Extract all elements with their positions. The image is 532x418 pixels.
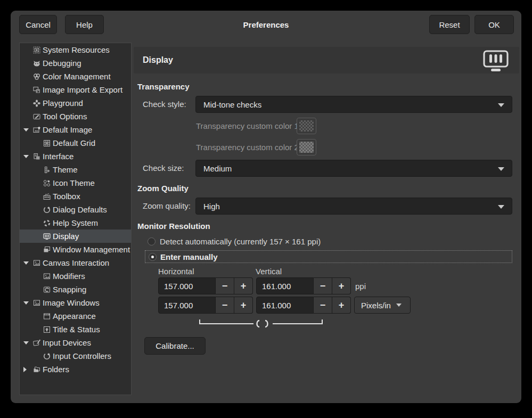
sidebar-item-playground[interactable]: Playground [20,96,131,110]
check-style-value: Mid-tone checks [203,100,261,109]
expander-down-icon[interactable] [23,341,32,345]
sidebar-item-default-image[interactable]: Default Image [20,123,131,136]
enter-manually-radio[interactable] [149,253,157,261]
sidebar-item-snapping[interactable]: Snapping [20,283,131,296]
sidebar-item-image-import-export[interactable]: Image Import & Export [20,83,131,96]
sidebar-item-window-management[interactable]: Window Management [20,243,131,256]
horizontal-ppi-spinner: 157.000 − + [158,277,253,294]
sidebar-item-theme[interactable]: Theme [20,163,131,176]
increment-button[interactable]: + [332,277,351,294]
sidebar-item-system-resources[interactable]: System Resources [20,43,131,56]
decrement-button[interactable]: − [216,277,234,294]
vertical-unit-spinner: 161.000 − + [256,297,351,314]
toolbox-icon [43,192,51,201]
zoom-quality-label: Zoom quality: [143,201,191,210]
canvas-icon [43,272,51,281]
vertical-ppi-input[interactable]: 161.000 [256,277,314,294]
page-title: Display [143,47,173,73]
decrement-button[interactable]: − [216,297,234,314]
sidebar-item-label: Display [53,232,79,241]
help-button[interactable]: Help [65,15,104,34]
gauge-icon [43,352,51,360]
horizontal-ppi-input[interactable]: 157.000 [158,277,216,294]
sidebar-item-toolbox[interactable]: Toolbox [20,190,131,203]
color-circles-icon [32,72,41,81]
check-size-dropdown[interactable]: Medium [195,160,512,177]
checkerboard-pattern [299,142,314,153]
windows-icon [43,245,51,254]
cancel-button[interactable]: Cancel [19,15,57,34]
sidebar-item-label: Window Management [53,245,130,254]
sidebar-item-label: Help System [53,218,98,227]
sidebar-item-label: Input Devices [43,338,91,347]
icon-theme-icon [43,179,51,187]
sidebar-item-input-devices[interactable]: Input Devices [20,336,131,349]
sidebar-item-color-management[interactable]: Color Management [20,70,131,83]
unit-value: Pixels/in [361,301,391,310]
ppi-unit-label: ppi [355,282,366,291]
sidebar-item-label: Tool Options [43,112,87,121]
expander-down-icon[interactable] [23,128,32,132]
unit-dropdown[interactable]: Pixels/in [354,297,411,314]
sidebar-item-label: System Resources [43,45,110,54]
sidebar-item-folders[interactable]: Folders [20,363,131,376]
theme-icon [43,166,51,174]
custom-color-2-swatch[interactable] [297,139,316,155]
sidebar-item-icon-theme[interactable]: Icon Theme [20,176,131,190]
sidebar-item-debugging[interactable]: Debugging [20,56,131,70]
enter-manually-option[interactable]: Enter manually [145,250,512,263]
sidebar-item-display[interactable]: Display [20,230,131,243]
sidebar-item-tool-options[interactable]: Tool Options [20,110,131,123]
expander-down-icon[interactable] [23,261,32,265]
custom-color-2-label: Transparency custom color 2 [196,143,299,152]
lifebuoy-icon [43,219,51,227]
decrement-button[interactable]: − [314,297,332,314]
sidebar-item-label: Dialog Defaults [53,205,107,214]
expander-down-icon[interactable] [23,301,32,305]
sidebar-item-label: Default Grid [53,138,95,147]
sidebar-item-modifiers[interactable]: Modifiers [20,269,131,283]
sidebar-item-canvas-interaction[interactable]: Canvas Interaction [20,256,131,269]
increment-button[interactable]: + [234,277,253,294]
sidebar-item-help-system[interactable]: Help System [20,216,131,230]
expander-right-icon[interactable] [23,367,32,372]
custom-color-1-swatch[interactable] [297,118,316,134]
monitor-resolution-heading: Monitor Resolution [137,222,210,231]
preferences-sidebar: System Resources Debugging Color Managem… [19,43,132,395]
sidebar-item-label: Icon Theme [53,178,95,187]
zoom-quality-value: High [203,202,220,211]
sidebar-item-title-status[interactable]: Title & Status [20,323,131,336]
check-style-dropdown[interactable]: Mid-tone checks [195,96,512,113]
appearance-icon [43,312,51,321]
detect-automatically-radio[interactable] [148,237,155,245]
sidebar-item-dialog-defaults[interactable]: Dialog Defaults [20,203,131,216]
gauge-icon [43,206,51,214]
sidebar-item-label: Appearance [53,312,96,321]
interface-icon [32,152,41,161]
sidebar-item-label: Theme [53,165,78,174]
decrement-button[interactable]: − [314,277,332,294]
fan-icon [32,99,41,108]
sidebar-item-input-controllers[interactable]: Input Controllers [20,349,131,363]
custom-color-1-label: Transparency custom color 1 [196,121,299,130]
sidebar-item-default-grid[interactable]: Default Grid [20,136,131,150]
check-size-label: Check size: [143,163,184,173]
transparency-heading: Transparency [137,82,190,91]
chain-broken-icon[interactable] [198,318,324,331]
ok-button[interactable]: OK [474,15,514,34]
folders-icon [32,365,41,374]
zoom-quality-heading: Zoom Quality [137,184,189,193]
import-export-icon [32,86,41,94]
increment-button[interactable]: + [234,297,253,314]
sidebar-item-interface[interactable]: Interface [20,150,131,163]
vertical-unit-input[interactable]: 161.000 [256,297,314,314]
horizontal-unit-input[interactable]: 157.000 [158,297,216,314]
sidebar-item-appearance[interactable]: Appearance [20,309,131,323]
calibrate-button[interactable]: Calibrate... [144,337,206,355]
reset-button[interactable]: Reset [429,15,470,34]
zoom-quality-dropdown[interactable]: High [195,198,512,215]
increment-button[interactable]: + [332,297,351,314]
plus-icon: + [339,300,345,311]
sidebar-item-image-windows[interactable]: Image Windows [20,296,131,309]
expander-down-icon[interactable] [23,155,32,158]
